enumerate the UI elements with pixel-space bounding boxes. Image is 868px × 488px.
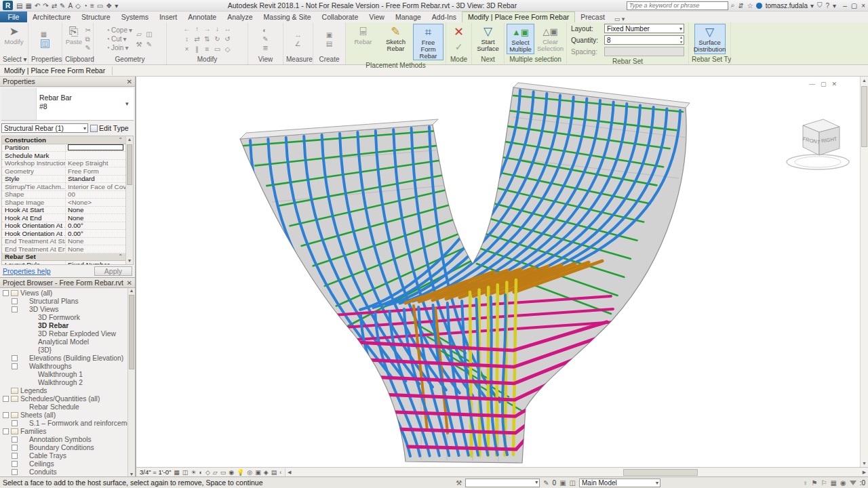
qat-icon[interactable]: ▦ [25,2,31,9]
tree-item[interactable]: Elevations (Building Elevation) [0,354,135,362]
press-drag-icon[interactable]: ⚑ [812,479,818,487]
modify-tool-icon[interactable]: ↻ [214,35,220,43]
tree-item[interactable]: Ceilings [0,460,135,468]
tree-expander-icon[interactable] [3,290,9,296]
select-links-icon[interactable]: ⚐ [821,479,827,487]
vertical-scrollbar[interactable]: ▲▼ [860,77,868,467]
property-row[interactable]: Schedule Mark [2,152,125,160]
cut-icon[interactable]: ✂ [85,26,91,34]
tree-expander-icon[interactable] [12,445,18,451]
tree-item[interactable]: 3D Formwork [0,313,135,321]
interface-icon[interactable]: ▦ [41,30,50,38]
ribbon-tab[interactable]: Structure [76,12,116,22]
ribbon-tab[interactable]: Manage [390,12,427,22]
search-icon[interactable]: ⌕ [731,1,735,9]
apply-button[interactable]: Apply [94,266,132,276]
tree-expander-icon[interactable] [12,453,18,459]
ribbon-tab[interactable]: Collaborate [317,12,364,22]
rebar-button[interactable]: ⌸ Rebar [348,24,378,60]
view-control-icon[interactable]: ◫ [182,468,189,476]
ribbon-tab[interactable]: Systems [116,12,154,22]
edit-type-button[interactable]: Edit Type [90,124,129,132]
filter-icon[interactable] [850,481,856,485]
property-row[interactable]: Hook Orientation At ... 0.00° [2,222,125,230]
paint-icon[interactable]: ✎ [146,41,152,48]
ribbon-tab[interactable]: Precast [575,12,610,22]
property-row[interactable]: Geometry Free Form [2,167,125,176]
property-row[interactable]: Stirrup/Tie Attachm... Interior Face of … [2,183,125,191]
view-control-icon[interactable]: ▣ [255,468,261,476]
properties-help-link[interactable]: Properties help [3,267,51,275]
property-row[interactable]: Partition [2,144,125,152]
view-control-icon[interactable]: 💡 [237,468,244,476]
property-row[interactable]: Hook Orientation At ... 0.00° [2,230,125,238]
copy-icon[interactable]: ⧉ [85,35,91,43]
select-underlay-icon[interactable]: ▦ [830,479,836,487]
geometry-tool[interactable]: ◔ Join ▾ [106,44,132,52]
qat-icon[interactable]: ▭ [97,2,103,9]
user-avatar-icon[interactable] [756,3,762,9]
tree-expander-icon[interactable] [12,298,18,304]
exclude-options-icon[interactable]: ♀ [803,479,808,487]
ribbon-tab[interactable]: Modify | Place Free Form Rebar [462,12,575,22]
tree-expander-icon[interactable] [3,412,9,418]
properties-close-icon[interactable]: ✕ [127,78,132,85]
ribbon-tab[interactable]: Insert [154,12,182,22]
surface-distribution-button[interactable]: ▽ Surface Distribution [694,24,726,54]
modify-tool-icon[interactable]: → [204,25,211,33]
user-menu-chevron-icon[interactable]: ▾ [810,2,814,9]
file-tab[interactable]: File [0,12,27,22]
property-row[interactable]: Style Standard [2,176,125,184]
modify-tool-icon[interactable]: ↑ [195,25,199,33]
rebar-3d-model[interactable] [136,77,852,467]
close-button[interactable]: × [861,2,865,9]
revit-logo-icon[interactable]: R [3,1,13,10]
tree-item[interactable]: Schedules/Quantities (all) [0,394,135,403]
view-control-icon[interactable]: ‹ [279,468,281,476]
qat-icon[interactable]: ≡ [90,2,94,9]
worksets-icon[interactable]: ⚒ [456,479,462,487]
tree-item[interactable]: Walkthroughs [0,362,135,370]
modify-tool-icon[interactable]: ↔ [224,25,231,33]
tree-expander-icon[interactable] [12,436,18,443]
tree-item[interactable]: 3D Rebar Exploded View [0,329,135,338]
clear-selection-button[interactable]: △▣ Clear Selection [536,24,564,54]
measure-tool-icon[interactable]: ↔ [295,31,302,39]
minimize-button[interactable]: – [843,2,847,9]
select-multiple-button[interactable]: ▲▣ Select Multiple [507,24,534,54]
view-tool-icon[interactable]: ≣ [262,44,268,52]
create-tool-icon[interactable]: ▣ [326,31,332,39]
modify-tool-icon[interactable]: ▭ [214,45,220,53]
type-selector-chevron-icon[interactable]: ▾ [125,88,134,120]
match-type-icon[interactable]: ✎ [85,44,91,52]
exchange-apps-icon[interactable]: ⇵ [738,2,743,9]
ribbon-tab[interactable]: Architecture [27,12,76,22]
tree-item[interactable]: {3D} [0,346,135,354]
ribbon-tab[interactable]: Annotate [182,12,222,22]
tree-item[interactable]: Annotation Symbols [0,435,135,443]
browser-scrollbar[interactable]: ▲ ▼ [127,288,135,476]
measure-tool-icon[interactable]: ∠ [295,40,302,47]
geometry-tool[interactable]: ◔ Cut ▾ [106,35,132,43]
tree-item[interactable]: Views (all) [0,289,135,297]
tree-expander-icon[interactable] [12,420,18,426]
ribbon-tab[interactable]: Analyze [222,12,258,22]
restore-button[interactable]: ▢ [851,2,857,9]
tree-item[interactable]: Rebar Schedule [0,403,135,411]
modify-button[interactable]: ➤ Modify [2,24,26,54]
design-option-select[interactable]: Main Model [579,479,660,487]
element-filter-select[interactable]: Structural Rebar (1) [1,123,88,133]
view-control-icon[interactable]: ▱ [213,468,218,476]
view-control-icon[interactable]: ◐ [199,468,202,476]
modify-tool-icon[interactable]: ↓ [216,25,219,33]
sketch-rebar-button[interactable]: ✎ Sketch Rebar [380,24,411,60]
property-row[interactable]: Shape 00 [2,191,125,199]
modify-tool-icon[interactable]: × [185,45,189,53]
tree-item[interactable]: Structural Plans [0,297,135,305]
create-tool-icon[interactable]: ▤ [326,40,332,47]
drawing-area[interactable]: — ▢ ✕ FRONT RIGHT ▲▼ [136,77,868,476]
tree-expander-icon[interactable] [12,461,18,467]
editable-only-icon[interactable]: ✎ [543,479,549,487]
ribbon-tab[interactable]: View [363,12,390,22]
partition-input[interactable] [68,144,123,150]
